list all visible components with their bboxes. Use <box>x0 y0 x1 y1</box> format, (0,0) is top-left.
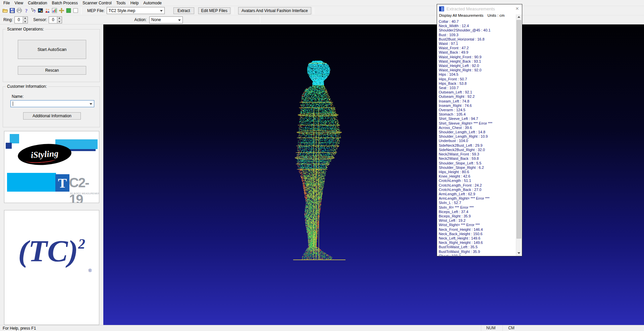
measurement-row: SideNeck2Bust_Left : 29.9 <box>439 143 516 148</box>
measurement-row: Biceps_Left : 37.4 <box>439 210 516 214</box>
save-icon[interactable] <box>9 7 15 14</box>
measurement-row: Waist_Height_Front : 90.9 <box>439 55 516 59</box>
spin-up-icon[interactable] <box>23 17 28 20</box>
body-scan-canvas[interactable] <box>103 24 644 325</box>
avatars-icon[interactable] <box>44 7 51 14</box>
scanner-operations-group: Scanner Operations: Start AutoScan Resca… <box>3 29 100 82</box>
measurement-row: Waist_Height_Right : 92.0 <box>439 68 516 72</box>
ring-spin-buttons <box>23 16 28 23</box>
menu-item-view[interactable]: View <box>12 0 25 6</box>
measurement-row: Hips_Back : 53.8 <box>439 81 516 86</box>
mep-file-label: MEP File: <box>87 8 105 13</box>
scroll-thumb[interactable] <box>517 20 521 239</box>
additional-information-button[interactable]: Additional Information <box>23 112 81 120</box>
spin-down-icon[interactable] <box>23 20 28 23</box>
measurement-row: Bust2Bust_Horizontal : 16.8 <box>439 37 516 42</box>
scan-viewport[interactable] <box>103 24 644 325</box>
sensor-spinner[interactable]: 0 <box>49 16 62 23</box>
extracted-measurements-window: Extracted Measurements × Display All Mea… <box>437 4 522 256</box>
print-icon[interactable] <box>16 7 22 14</box>
measurements-list: Collar : 40.7Neck_Width : 12.4Shoulder2S… <box>439 19 516 256</box>
toolbar-separator <box>260 16 260 23</box>
menu-item-batch-process[interactable]: Batch Process <box>50 0 80 6</box>
customer-information-title: Customer Information: <box>6 84 48 89</box>
measurement-row: Waist_Back : 49.9 <box>439 50 516 55</box>
green-status-icon[interactable] <box>65 7 72 14</box>
sensor-spin-buttons <box>57 16 62 23</box>
istyling-tc2-logo-panel: iStyling T C2-19 3D BODY MEASUREMENT <box>4 131 99 203</box>
menu-item-help[interactable]: Help <box>128 0 141 6</box>
measurement-row: Knee_Height : 42.6 <box>439 174 516 179</box>
close-icon[interactable]: × <box>516 5 519 12</box>
menu-item-scanner-control[interactable]: Scanner Control <box>80 0 114 6</box>
measurement-row: ArmLength_Right= *** Error *** <box>439 196 516 201</box>
measurements-scrollbar[interactable] <box>516 14 522 256</box>
tc2-19-subtitle: 3D BODY MEASUREMENT <box>70 192 99 195</box>
toolbar-separator <box>81 7 82 14</box>
toolbar-separator <box>314 7 314 14</box>
measurement-row: Stomach : 105.4 <box>439 112 516 117</box>
edit-mep-files-button[interactable]: Edit MEP Files <box>198 7 230 14</box>
measurement-row: Neck_Front_Height : 146.4 <box>439 227 516 232</box>
measurement-row: Neck_Left_Height : 149.6 <box>439 236 516 241</box>
tc2-19-t-block: T <box>55 174 69 192</box>
measurement-row: Shoulder_Slope_Right : 6.2 <box>439 166 516 170</box>
menu-item-tools[interactable]: Tools <box>114 0 128 6</box>
sensor-label: Sensor: <box>33 17 47 22</box>
istyling-logo-text: iStyling <box>31 148 59 160</box>
measurement-row: CrotchLength_Back : 27.0 <box>439 188 516 192</box>
measurement-row: Outseam_Right : 92.2 <box>439 94 516 99</box>
toolbar-secondary: Ring: 0 Sensor: 0 Action: None <box>0 15 644 24</box>
spin-down-icon[interactable] <box>57 20 62 23</box>
about-help-icon[interactable]: ? <box>23 7 30 14</box>
measurement-row: Inseam_Right : 74.6 <box>439 104 516 108</box>
action-label: Action: <box>134 17 147 22</box>
scanner-view-icon[interactable] <box>37 7 44 14</box>
action-dropdown[interactable]: None <box>149 16 183 23</box>
tc2-logo: (TC)2 <box>4 224 99 271</box>
avatars-virtual-fashion-button[interactable]: Avatars And Virtual Fashion Interface <box>238 7 311 14</box>
measurements-chart-icon[interactable] <box>51 7 58 14</box>
blank-view-icon[interactable] <box>72 7 79 14</box>
status-bar: For Help, press F1 NUM CM <box>0 325 644 331</box>
measurement-row: SlvIn_L : 52.7 <box>439 201 516 205</box>
measurements-title-bar[interactable]: Extracted Measurements × <box>437 4 522 13</box>
ring-value-input[interactable]: 0 <box>14 16 23 23</box>
measurement-row: Bust : 109.3 <box>439 33 516 37</box>
scroll-up-icon[interactable] <box>516 14 522 20</box>
scroll-down-icon[interactable] <box>516 250 522 256</box>
measurements-window-title: Extracted Measurements <box>446 6 495 11</box>
rescan-button[interactable]: Rescan <box>18 66 86 75</box>
start-autoscan-button[interactable]: Start AutoScan <box>18 40 86 59</box>
context-help-icon[interactable]: ? <box>30 7 37 14</box>
menu-item-automode[interactable]: Automode <box>141 0 164 6</box>
measurement-row: Wrist_Left : 19.2 <box>439 218 516 223</box>
measurement-row: Chest : 108.3 <box>439 254 516 256</box>
measurement-row: Neck2Waist_Back : 59.8 <box>439 156 516 161</box>
menu-item-file[interactable]: File <box>1 0 12 6</box>
num-indicator: NUM <box>481 325 500 331</box>
measurement-row: SideNeck2Bust_Right : 32.0 <box>439 148 516 152</box>
measurement-row: Neck_Right_Height : 149.6 <box>439 241 516 245</box>
measurement-row: Seat : 103.7 <box>439 86 516 90</box>
open-folder-icon[interactable] <box>2 7 8 14</box>
measurement-row: Hips_Front : 50.7 <box>439 77 516 81</box>
istyling-cyan-square-icon <box>10 134 19 143</box>
mep-file-dropdown[interactable]: TC2 Style.mep <box>107 7 165 14</box>
toolbar-main: ?? MEP File: TC2 Style.mep Extract Edit … <box>0 6 644 15</box>
display-all-measurements-label[interactable]: Display All Measurements <box>439 13 483 17</box>
measurement-row: SlvIn_R= *** Error *** <box>439 205 516 210</box>
chevron-down-icon <box>160 10 163 12</box>
customer-name-input[interactable] <box>10 100 94 107</box>
sensor-value-input[interactable]: 0 <box>49 16 57 23</box>
move-axes-icon[interactable] <box>58 7 65 14</box>
extract-button[interactable]: Extract <box>173 7 194 14</box>
measurement-row: Wrist_Right= *** Error *** <box>439 223 516 227</box>
cm-indicator: CM <box>502 325 520 331</box>
menu-item-calibration[interactable]: Calibration <box>25 0 49 6</box>
mep-file-value: TC2 Style.mep <box>109 8 135 13</box>
ring-spinner[interactable]: 0 <box>14 16 28 23</box>
svg-text:?: ? <box>33 9 35 13</box>
spin-up-icon[interactable] <box>57 17 62 20</box>
status-help-text: For Help, press F1 <box>3 326 36 331</box>
